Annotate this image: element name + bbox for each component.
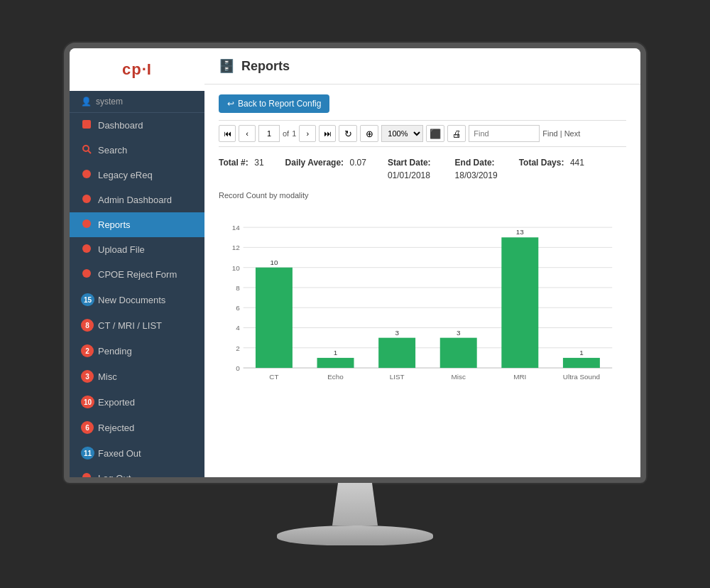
svg-point-8 <box>82 473 91 477</box>
sidebar-item-new-documents[interactable]: 15New Documents <box>70 287 204 312</box>
svg-text:2: 2 <box>236 344 240 352</box>
cpoe-reject-label: CPOE Reject Form <box>98 269 193 280</box>
reports-label: Reports <box>98 219 193 230</box>
svg-text:14: 14 <box>232 224 240 232</box>
svg-text:6: 6 <box>236 304 240 312</box>
chart-section: Record Count by modality 0246810121410CT… <box>219 191 626 404</box>
bar-ct <box>256 268 293 368</box>
back-to-report-config-button[interactable]: ↩ Back to Report Config <box>219 94 329 113</box>
page-number-input[interactable] <box>258 125 280 142</box>
svg-point-6 <box>82 244 91 253</box>
rejected-label: Rejected <box>98 423 193 433</box>
upload-file-icon <box>81 244 92 256</box>
dashboard-label: Dashboard <box>98 120 193 131</box>
ct-mri-list-label: CT / MRI / LIST <box>98 320 193 331</box>
rejected-badge: 6 <box>81 421 94 434</box>
sidebar-item-rejected[interactable]: 6Rejected <box>70 415 204 440</box>
legacy-ereq-label: Legacy eReq <box>98 170 193 180</box>
reports-header-icon: 🗄️ <box>219 58 234 74</box>
sidebar-nav: DashboardSearchLegacy eReqAdmin Dashboar… <box>70 113 204 477</box>
legacy-ereq-icon <box>81 169 92 181</box>
svg-text:1: 1 <box>579 349 584 356</box>
bar-misc <box>440 338 477 368</box>
daily-avg-stat: Daily Average: 0.07 <box>285 156 366 181</box>
dashboard-icon <box>81 119 92 131</box>
sidebar-item-ct-mri-list[interactable]: 8CT / MRI / LIST <box>70 312 204 338</box>
sidebar-item-exported[interactable]: 10Exported <box>70 389 204 415</box>
next-page-button[interactable]: › <box>299 125 316 142</box>
zoom-select[interactable]: 100% 75% 150% <box>381 125 423 142</box>
misc-label: Misc <box>98 371 193 382</box>
search-label: Search <box>98 145 193 156</box>
reports-icon <box>81 219 92 231</box>
sidebar: cp·I 👤 system DashboardSearchLegacy eReq… <box>70 48 204 477</box>
svg-point-3 <box>82 170 91 178</box>
refresh-button[interactable]: ↻ <box>339 125 357 142</box>
sidebar-item-misc[interactable]: 3Misc <box>70 364 204 389</box>
sidebar-item-reports[interactable]: Reports <box>70 212 204 237</box>
total-value: 31 <box>254 158 263 168</box>
sidebar-item-dashboard[interactable]: Dashboard <box>70 113 204 138</box>
end-date-value: 18/03/2019 <box>455 170 498 180</box>
user-icon: 👤 <box>81 97 92 107</box>
svg-point-1 <box>83 146 89 151</box>
end-date-label: End Date: <box>455 158 495 168</box>
total-days-label: Total Days: <box>519 158 564 168</box>
svg-text:Misc: Misc <box>452 373 466 381</box>
sidebar-item-upload-file[interactable]: Upload File <box>70 237 204 262</box>
faxed-out-badge: 11 <box>81 447 94 459</box>
page-of-label: of <box>283 129 289 138</box>
pending-label: Pending <box>98 346 193 356</box>
svg-text:0: 0 <box>236 364 240 372</box>
sidebar-item-legacy-ereq[interactable]: Legacy eReq <box>70 163 204 187</box>
logo-text: cp·I <box>122 60 152 79</box>
daily-avg-value: 0.07 <box>350 158 366 168</box>
zoom-in-button[interactable]: ⊕ <box>360 125 378 142</box>
page-header: 🗄️ Reports <box>204 48 640 85</box>
svg-text:3: 3 <box>395 329 399 337</box>
monitor-stand-base <box>277 526 433 545</box>
sidebar-item-search[interactable]: Search <box>70 138 204 163</box>
bar-ultra-sound <box>563 358 600 368</box>
svg-point-4 <box>82 195 91 203</box>
new-documents-icon: 15 <box>81 293 92 306</box>
daily-avg-label: Daily Average: <box>285 158 344 168</box>
svg-text:CT: CT <box>269 373 278 381</box>
admin-dashboard-label: Admin Dashboard <box>98 195 193 205</box>
prev-page-button[interactable]: ‹ <box>239 125 256 142</box>
sidebar-item-pending[interactable]: 2Pending <box>70 338 204 364</box>
svg-text:MRI: MRI <box>513 373 526 381</box>
sidebar-item-faxed-out[interactable]: 11Faxed Out <box>70 440 204 466</box>
svg-text:12: 12 <box>232 244 240 251</box>
main-content: 🗄️ Reports ↩ Back to Report Config ⏮ <box>204 48 640 477</box>
sidebar-item-logout[interactable]: Log Out <box>70 466 204 477</box>
svg-text:1: 1 <box>334 349 338 356</box>
exported-label: Exported <box>98 397 193 408</box>
export-button[interactable]: ⬛ <box>426 125 444 142</box>
sidebar-logo: cp·I <box>70 48 204 91</box>
sidebar-item-cpoe-reject[interactable]: CPOE Reject Form <box>70 262 204 287</box>
svg-text:13: 13 <box>516 228 524 236</box>
rejected-icon: 6 <box>81 421 92 434</box>
exported-icon: 10 <box>81 396 92 408</box>
exported-badge: 10 <box>81 396 94 408</box>
sidebar-item-admin-dashboard[interactable]: Admin Dashboard <box>70 187 204 212</box>
monitor: cp·I 👤 system DashboardSearchLegacy eReq… <box>64 43 646 545</box>
last-page-button[interactable]: ⏭ <box>319 125 336 142</box>
new-documents-label: New Documents <box>98 295 193 305</box>
faxed-out-icon: 11 <box>81 447 92 459</box>
print-button[interactable]: 🖨 <box>447 125 466 142</box>
chart-title: Record Count by modality <box>219 191 626 200</box>
page-title: Reports <box>241 59 290 74</box>
admin-dashboard-icon <box>81 194 92 206</box>
end-date-stat: End Date: 18/03/2019 <box>455 156 498 181</box>
first-page-button[interactable]: ⏮ <box>219 125 236 142</box>
svg-point-5 <box>82 219 91 228</box>
find-input[interactable] <box>469 125 540 142</box>
bar-list <box>378 338 415 368</box>
pending-icon: 2 <box>81 344 92 357</box>
bar-chart: 0246810121410CT1Echo3LIST3Misc13MRI1Ultr… <box>219 205 626 404</box>
misc-badge: 3 <box>81 370 94 383</box>
total-days-stat: Total Days: 441 <box>519 156 584 181</box>
content-area: ↩ Back to Report Config ⏮ ‹ of 1 › ⏭ ↻ <box>204 85 640 477</box>
